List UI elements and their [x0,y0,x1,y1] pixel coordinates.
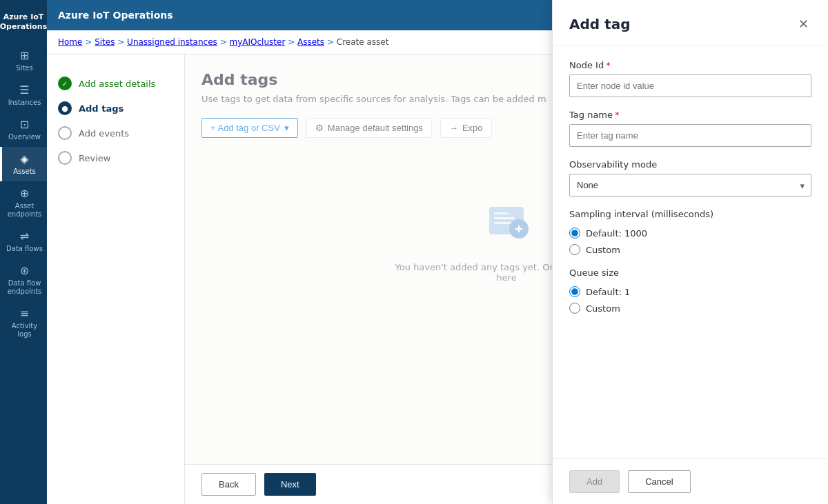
sites-icon: ⊞ [20,49,29,62]
sidebar-item-asset-endpoints[interactable]: ⊕ Asset endpoints [0,181,47,224]
breadcrumb-unassigned-instances[interactable]: Unassigned instances [127,37,217,47]
panel-footer: Add Cancel [553,458,828,504]
sidebar: Azure IoT Operations ⊞ Sites ☰ Instances… [0,0,47,504]
tag-name-input[interactable] [569,124,811,147]
data-flow-endpoints-icon: ⊛ [20,264,29,277]
tag-name-field-group: Tag name * [569,110,811,147]
sidebar-item-assets-label: Assets [13,168,36,176]
sampling-interval-radio-group: Default: 1000 Custom [569,228,811,255]
breadcrumb-current: Create asset [337,37,389,47]
breadcrumb-home[interactable]: Home [58,37,82,47]
panel-title: Add tag [569,16,630,32]
queue-size-default-radio[interactable] [569,286,580,297]
node-id-field-group: Node Id * [569,60,811,97]
sampling-interval-custom-label: Custom [586,245,620,255]
tag-name-required-star: * [615,110,620,120]
queue-size-custom-label: Custom [586,303,620,314]
step-add-tags: ● Add tags [58,96,173,121]
step-add-events-label: Add events [79,128,129,139]
observability-mode-label: Observability mode [569,159,811,170]
sampling-interval-custom-radio[interactable] [569,244,580,255]
instances-icon: ☰ [19,83,29,97]
next-button[interactable]: Next [264,473,316,496]
sampling-interval-label: Sampling interval (milliseconds) [569,209,811,219]
step-review-circle [58,151,72,165]
steps-panel: ✓ Add asset details ● Add tags Add event… [47,54,185,504]
queue-size-custom-radio[interactable] [569,303,580,314]
sampling-interval-custom-option[interactable]: Custom [569,244,811,255]
queue-size-label: Queue size [569,268,811,278]
sidebar-item-overview[interactable]: ⊡ Overview [0,112,47,147]
add-tag-panel: Add tag ✕ Node Id * Tag name * Observabi… [552,0,828,504]
top-bar-title: Azure IoT Operations [58,10,173,21]
sidebar-item-overview-label: Overview [8,133,41,141]
back-button[interactable]: Back [201,473,256,496]
node-id-label: Node Id * [569,60,811,70]
assets-icon: ◈ [20,152,28,165]
node-id-required-star: * [606,60,611,70]
queue-size-group: Queue size Default: 1 Custom [569,268,811,314]
observability-mode-select-wrapper: None Gauge Counter Histogram Log ▾ [569,174,811,196]
sidebar-item-activity-logs-label: Activity logs [5,322,44,339]
breadcrumb-sites[interactable]: Sites [95,37,115,47]
step-review: Review [58,145,173,170]
cancel-button[interactable]: Cancel [628,470,690,493]
sampling-interval-group: Sampling interval (milliseconds) Default… [569,209,811,255]
queue-size-default-label: Default: 1 [586,287,630,297]
sidebar-item-instances[interactable]: ☰ Instances [0,78,47,112]
sidebar-item-data-flow-endpoints[interactable]: ⊛ Data flow endpoints [0,259,47,301]
sidebar-item-data-flows[interactable]: ⇌ Data flows [0,224,47,259]
tag-name-label: Tag name * [569,110,811,120]
panel-header: Add tag ✕ [553,0,828,46]
activity-logs-icon: ≡ [20,307,29,320]
sampling-interval-default-label: Default: 1000 [586,228,647,239]
app-title: Azure IoT Operations [0,7,51,43]
queue-size-custom-option[interactable]: Custom [569,303,811,314]
sidebar-item-data-flow-endpoints-label: Data flow endpoints [5,279,44,296]
step-add-asset-details-label: Add asset details [79,79,155,89]
overview-icon: ⊡ [20,118,29,131]
add-button[interactable]: Add [569,470,620,493]
step-active-circle: ● [58,101,72,115]
sidebar-item-activity-logs[interactable]: ≡ Activity logs [0,301,47,344]
data-flows-icon: ⇌ [20,230,29,243]
queue-size-default-option[interactable]: Default: 1 [569,286,811,297]
sampling-interval-default-option[interactable]: Default: 1000 [569,228,811,239]
step-check-icon: ✓ [58,77,72,90]
breadcrumb-assets[interactable]: Assets [297,37,324,47]
sampling-interval-default-radio[interactable] [569,228,580,239]
observability-mode-select[interactable]: None Gauge Counter Histogram Log [569,174,811,196]
sidebar-item-sites[interactable]: ⊞ Sites [0,43,47,78]
asset-endpoints-icon: ⊕ [20,187,29,200]
breadcrumb-cluster[interactable]: myAIOcluster [230,37,286,47]
step-events-circle [58,126,72,140]
observability-mode-field-group: Observability mode None Gauge Counter Hi… [569,159,811,196]
sidebar-item-instances-label: Instances [8,99,41,107]
sidebar-item-assets[interactable]: ◈ Assets [0,147,47,181]
close-button[interactable]: ✕ [796,14,811,34]
queue-size-radio-group: Default: 1 Custom [569,286,811,314]
sidebar-item-asset-endpoints-label: Asset endpoints [5,202,44,219]
step-add-asset-details: ✓ Add asset details [58,71,173,96]
step-add-events: Add events [58,121,173,145]
node-id-input[interactable] [569,74,811,97]
step-add-tags-label: Add tags [79,103,124,114]
sidebar-item-sites-label: Sites [16,64,32,72]
step-review-label: Review [79,153,110,163]
sidebar-item-data-flows-label: Data flows [6,245,43,253]
panel-body: Node Id * Tag name * Observability mode … [553,46,828,458]
